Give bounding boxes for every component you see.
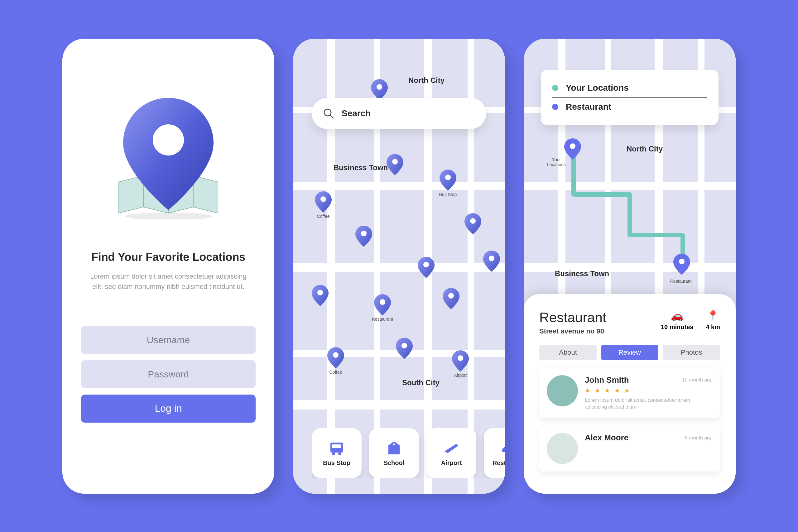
svg-line-21 xyxy=(330,115,333,118)
map-screen: North City Business Town South City Coff… xyxy=(293,39,505,494)
review-name: Alex Moore xyxy=(585,433,628,442)
map-pin[interactable] xyxy=(464,213,481,235)
svg-point-6 xyxy=(320,196,326,202)
hero-description: Lorem ipsum dolor sit amet consectetuer … xyxy=(87,271,249,292)
location-to: Restaurant xyxy=(566,102,611,112)
map-pin[interactable] xyxy=(483,251,500,273)
category-label: Bus Stop xyxy=(323,459,350,467)
bus-icon xyxy=(327,439,347,456)
login-screen: Find Your Favorite Locations Lorem ipsum… xyxy=(62,39,274,494)
map-pin-start[interactable] xyxy=(564,138,581,159)
svg-point-25 xyxy=(338,452,341,455)
map-pin-label: Airport xyxy=(450,373,471,378)
svg-point-18 xyxy=(470,218,476,224)
svg-rect-27 xyxy=(388,446,400,454)
svg-point-4 xyxy=(125,212,212,220)
area-label-business: Business Town xyxy=(334,163,388,172)
pin-icon: 📍 xyxy=(707,310,719,322)
login-button[interactable]: Log in xyxy=(81,395,255,423)
tab-about[interactable]: About xyxy=(539,345,596,360)
review-stars: ★ ★ ★ ★ ★ xyxy=(585,387,712,394)
hero-title: Find Your Favorite Locations xyxy=(91,251,246,264)
location-pin-icon xyxy=(123,98,213,210)
search-placeholder: Search xyxy=(342,109,370,118)
avatar xyxy=(547,433,578,464)
tabs-row: AboutReviewPhotos xyxy=(539,345,720,360)
hero-illustration xyxy=(103,70,234,238)
review-card[interactable]: Alex Moore 5 month ago xyxy=(539,425,720,472)
map-pin-label: Coffee xyxy=(325,369,347,375)
detail-address: Street avenue no 90 xyxy=(539,327,606,335)
metric-distance: 📍 4 km xyxy=(706,310,720,331)
location-card: Your Locations Restaurant xyxy=(541,70,719,125)
location-from: Your Locations xyxy=(566,83,629,93)
detail-sheet: Restaurant Street avenue no 90 🚗 10 minu… xyxy=(524,294,736,494)
map-pin[interactable] xyxy=(386,154,403,176)
map-pin[interactable]: Airport xyxy=(452,350,471,378)
review-text: Lorem ipsum dolor sit amet, consectetuer… xyxy=(585,397,712,411)
area-label-south: South City xyxy=(402,378,439,387)
bullet-from-icon xyxy=(552,85,558,91)
svg-point-15 xyxy=(401,343,407,348)
category-row[interactable]: Bus StopSchoolAirportRestaurant xyxy=(312,428,505,478)
bullet-to-icon xyxy=(552,104,558,110)
map-pin-label: Bus Stop xyxy=(437,192,459,197)
location-from-row[interactable]: Your Locations xyxy=(552,78,707,98)
svg-point-11 xyxy=(380,299,385,305)
review-time: 10 month ago xyxy=(682,377,712,383)
svg-point-10 xyxy=(377,84,382,90)
review-card[interactable]: John Smith 10 month ago ★ ★ ★ ★ ★ Lorem … xyxy=(539,368,720,418)
map-pin[interactable]: Coffee xyxy=(315,191,334,219)
tab-photos[interactable]: Photos xyxy=(663,345,720,360)
search-icon xyxy=(323,108,334,119)
svg-point-8 xyxy=(317,290,323,296)
svg-point-28 xyxy=(393,443,395,445)
map-pin[interactable] xyxy=(396,338,413,360)
airport-icon xyxy=(441,439,461,456)
svg-rect-23 xyxy=(332,444,341,448)
svg-point-5 xyxy=(153,125,184,155)
svg-point-30 xyxy=(679,259,685,264)
svg-point-17 xyxy=(458,355,463,361)
avatar xyxy=(547,375,578,406)
svg-point-29 xyxy=(570,144,575,149)
svg-point-19 xyxy=(489,255,494,261)
category-label: Airport xyxy=(441,459,462,467)
svg-point-14 xyxy=(445,174,451,180)
category-card-bus[interactable]: Bus Stop xyxy=(312,428,362,478)
area-label-north: North City xyxy=(408,76,444,85)
category-label: School xyxy=(384,459,405,467)
svg-point-9 xyxy=(333,352,339,358)
review-name: John Smith xyxy=(585,375,629,385)
svg-point-16 xyxy=(448,293,454,299)
category-card-school[interactable]: School xyxy=(369,428,419,478)
search-bar[interactable]: Search xyxy=(312,98,486,129)
review-time: 5 month ago xyxy=(685,435,712,441)
car-icon: 🚗 xyxy=(671,310,683,322)
map-pin[interactable]: Coffee xyxy=(327,347,347,375)
password-input[interactable]: Password xyxy=(81,360,255,388)
map-pin-end[interactable] xyxy=(673,254,690,275)
detail-title: Restaurant xyxy=(539,310,606,325)
map-pin[interactable]: Restaurant xyxy=(374,294,393,322)
map-pin-label: Restaurant xyxy=(372,317,393,322)
svg-point-12 xyxy=(392,159,398,165)
map-pin[interactable] xyxy=(355,226,372,248)
map-pin[interactable] xyxy=(312,285,328,307)
metric-time: 🚗 10 minutes xyxy=(661,310,693,331)
detail-screen: North City Business Town Your Locations … xyxy=(524,39,736,494)
category-card-restaurant[interactable]: Restaurant xyxy=(484,428,505,478)
svg-point-7 xyxy=(361,231,366,236)
map-pin-label: Coffee xyxy=(312,214,334,219)
school-icon xyxy=(384,439,404,456)
map-pin[interactable] xyxy=(418,257,435,279)
map-pin[interactable] xyxy=(443,288,459,310)
category-card-airport[interactable]: Airport xyxy=(426,428,476,478)
category-label: Restaurant xyxy=(493,459,505,467)
tab-review[interactable]: Review xyxy=(601,345,658,360)
svg-point-13 xyxy=(423,262,429,267)
username-input[interactable]: Username xyxy=(81,326,255,354)
location-to-row[interactable]: Restaurant xyxy=(552,98,707,116)
map-pin[interactable]: Bus Stop xyxy=(439,170,459,197)
restaurant-icon xyxy=(499,439,505,456)
